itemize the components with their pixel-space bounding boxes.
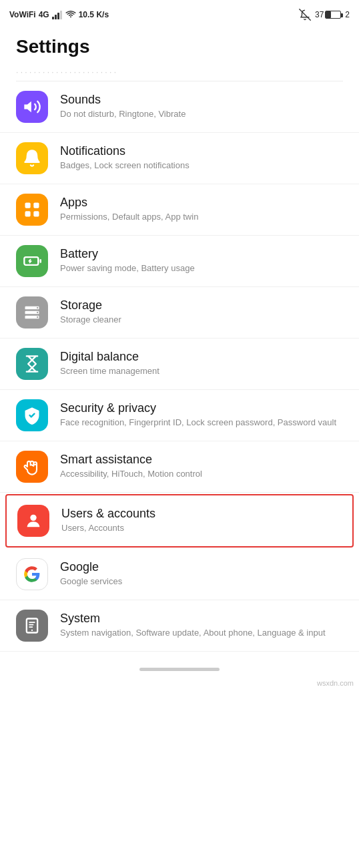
notifications-subtitle: Badges, Lock screen notifications xyxy=(60,160,343,172)
vowifi-label: VoWiFi xyxy=(9,10,36,19)
sounds-subtitle: Do not disturb, Ringtone, Vibrate xyxy=(60,108,343,120)
hand-icon xyxy=(23,457,41,476)
settings-item-sounds[interactable]: Sounds Do not disturb, Ringtone, Vibrate xyxy=(0,81,359,133)
notifications-text: Notifications Badges, Lock screen notifi… xyxy=(60,144,343,172)
system-icon-wrap xyxy=(16,610,48,642)
battery-percent: 37 xyxy=(315,10,324,19)
page-title: Settings xyxy=(0,29,359,63)
digital-balance-title: Digital balance xyxy=(60,350,343,364)
digital-balance-subtitle: Screen time management xyxy=(60,365,343,377)
watermark: wsxdn.com xyxy=(0,679,359,690)
svg-rect-21 xyxy=(29,624,33,626)
status-bar: VoWiFi 4G 10.5 K/s 37 xyxy=(0,0,359,29)
storage-title: Storage xyxy=(60,298,343,312)
battery-icon-shape xyxy=(325,11,341,19)
storage-subtitle: Storage cleaner xyxy=(60,314,343,326)
user-icon xyxy=(24,511,43,530)
security-text: Security & privacy Face recognition, Fin… xyxy=(60,401,343,429)
system-subtitle: System navigation, Software update, Abou… xyxy=(60,627,343,639)
svg-point-17 xyxy=(30,515,36,521)
svg-rect-5 xyxy=(25,203,31,208)
svg-rect-0 xyxy=(52,17,54,19)
system-icon xyxy=(23,616,41,635)
top-hint-text: · · · · · · · · · · · · · · · · · · · · … xyxy=(16,67,116,77)
battery-icon-wrap xyxy=(16,245,48,277)
battery-display: 37 xyxy=(315,10,341,19)
battery-settings-icon xyxy=(23,252,41,270)
signal-icon xyxy=(52,10,63,19)
bell-icon xyxy=(23,149,41,168)
svg-point-19 xyxy=(31,630,33,631)
sounds-icon-wrap xyxy=(16,91,48,123)
users-accounts-text: Users & accounts Users, Accounts xyxy=(61,507,342,534)
settings-item-apps[interactable]: Apps Permissions, Default apps, App twin xyxy=(0,184,359,236)
settings-item-google[interactable]: Google Google services xyxy=(0,549,359,600)
google-title: Google xyxy=(60,560,343,574)
google-subtitle: Google services xyxy=(60,576,343,588)
shield-icon xyxy=(23,406,41,425)
settings-item-security[interactable]: Security & privacy Face recognition, Fin… xyxy=(0,390,359,441)
apps-icon xyxy=(23,200,41,219)
settings-item-users-accounts[interactable]: Users & accounts Users, Accounts xyxy=(5,494,354,548)
settings-item-system[interactable]: System System navigation, Software updat… xyxy=(0,600,359,652)
battery-title: Battery xyxy=(60,247,343,261)
settings-item-smart-assistance[interactable]: Smart assistance Accessibility, HiTouch,… xyxy=(0,441,359,493)
svg-rect-3 xyxy=(60,11,62,19)
smart-assistance-text: Smart assistance Accessibility, HiTouch,… xyxy=(60,453,343,480)
security-icon-wrap xyxy=(16,399,48,431)
security-title: Security & privacy xyxy=(60,401,343,415)
volume-icon xyxy=(23,97,41,116)
home-bar xyxy=(0,657,359,679)
storage-text: Storage Storage cleaner xyxy=(60,298,343,326)
speed-label: 10.5 K/s xyxy=(79,10,109,19)
status-left: VoWiFi 4G 10.5 K/s xyxy=(9,10,109,19)
settings-list: Sounds Do not disturb, Ringtone, Vibrate… xyxy=(0,81,359,652)
settings-item-storage[interactable]: Storage Storage cleaner xyxy=(0,287,359,339)
notifications-icon-wrap xyxy=(16,142,48,174)
google-text: Google Google services xyxy=(60,560,343,588)
apps-icon-wrap xyxy=(16,194,48,226)
notifications-title: Notifications xyxy=(60,144,343,158)
svg-rect-10 xyxy=(40,259,41,263)
settings-item-notifications[interactable]: Notifications Badges, Lock screen notifi… xyxy=(0,133,359,184)
security-subtitle: Face recognition, Fingerprint ID, Lock s… xyxy=(60,417,343,429)
sounds-text: Sounds Do not disturb, Ringtone, Vibrate xyxy=(60,93,343,120)
svg-rect-7 xyxy=(25,211,31,216)
users-accounts-icon-wrap xyxy=(17,505,49,537)
svg-rect-22 xyxy=(29,626,33,628)
google-icon-wrap xyxy=(16,558,48,590)
storage-icon xyxy=(23,303,41,322)
settings-item-battery[interactable]: Battery Power saving mode, Battery usage xyxy=(0,236,359,287)
svg-rect-6 xyxy=(33,203,39,208)
svg-line-4 xyxy=(300,9,311,21)
system-title: System xyxy=(60,612,343,626)
settings-item-digital-balance[interactable]: Digital balance Screen time management xyxy=(0,339,359,390)
battery-text: Battery Power saving mode, Battery usage xyxy=(60,247,343,274)
users-accounts-title: Users & accounts xyxy=(61,507,342,521)
battery-subtitle: Power saving mode, Battery usage xyxy=(60,262,343,274)
apps-title: Apps xyxy=(60,196,343,210)
apps-subtitle: Permissions, Default apps, App twin xyxy=(60,211,343,223)
smart-assistance-title: Smart assistance xyxy=(60,453,343,467)
smart-assistance-icon-wrap xyxy=(16,451,48,483)
network-label: 4G xyxy=(39,10,49,19)
system-text: System System navigation, Software updat… xyxy=(60,612,343,639)
storage-icon-wrap xyxy=(16,296,48,329)
home-pill xyxy=(139,668,220,671)
hourglass-icon xyxy=(23,355,41,373)
signal-strength: 2 xyxy=(345,10,350,19)
google-icon xyxy=(23,565,41,584)
svg-point-16 xyxy=(37,316,38,318)
svg-point-14 xyxy=(37,307,38,308)
svg-rect-8 xyxy=(33,211,39,216)
top-hint: · · · · · · · · · · · · · · · · · · · · … xyxy=(16,63,343,81)
mute-icon xyxy=(299,9,311,21)
digital-balance-text: Digital balance Screen time management xyxy=(60,350,343,377)
apps-text: Apps Permissions, Default apps, App twin xyxy=(60,196,343,223)
svg-point-15 xyxy=(37,312,38,313)
svg-rect-2 xyxy=(57,13,59,19)
svg-rect-20 xyxy=(29,622,35,623)
smart-assistance-subtitle: Accessibility, HiTouch, Motion control xyxy=(60,468,343,480)
sounds-title: Sounds xyxy=(60,93,343,107)
status-right: 37 2 xyxy=(299,9,350,21)
